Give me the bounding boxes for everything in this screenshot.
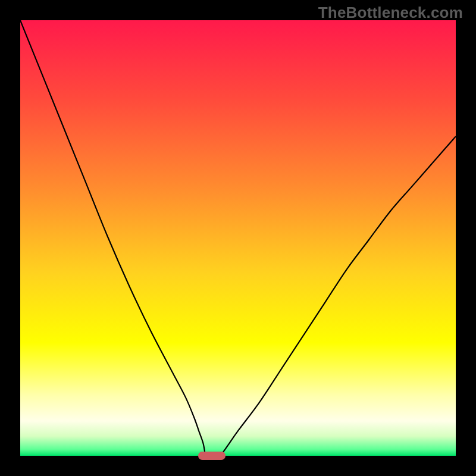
- bottleneck-marker: [198, 452, 226, 460]
- watermark-text: TheBottleneck.com: [318, 4, 463, 22]
- chart-frame: TheBottleneck.com: [0, 0, 476, 476]
- gradient-background: [20, 20, 456, 456]
- chart-plot: [20, 20, 456, 456]
